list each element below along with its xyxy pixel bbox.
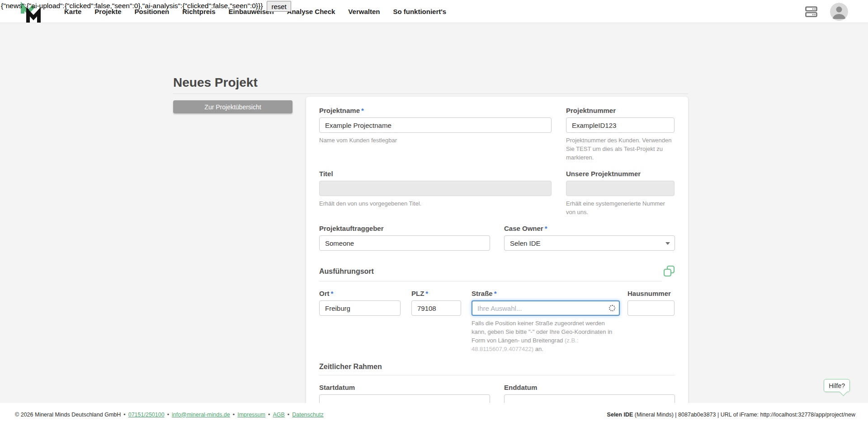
footer-user-name: Selen IDE	[607, 412, 633, 418]
unsere-projektnummer-label: Unsere Projektnummer	[566, 170, 675, 178]
projektnummer-label: Projektnummer	[566, 107, 675, 115]
titel-helper: Erhält den von uns vorgegebenen Titel.	[319, 199, 552, 208]
case-owner-field-group: Case Owner* Selen IDE	[504, 225, 675, 251]
startdatum-label: Startdatum	[319, 384, 490, 392]
projektname-field-group: Projektname* Name vom Kunden festlegbar	[319, 107, 552, 162]
page-footer: © 2026 Mineral Minds Deutschland GmbH • …	[0, 403, 868, 426]
unsere-projektnummer-helper: Erhält eine systemgenerierte Nummer von …	[566, 199, 675, 216]
zeitlicher-rahmen-section-header: Zeitlicher Rahmen	[319, 362, 675, 371]
topbar-actions	[805, 0, 848, 23]
required-marker: *	[361, 107, 364, 114]
footer-session-info: Selen IDE (Mineral Minds) | 8087ab0e3873…	[607, 412, 855, 418]
content-area: Neues Projekt Zur Projektübersicht Proje…	[0, 23, 868, 403]
projektname-helper: Name vom Kunden festlegbar	[319, 136, 552, 145]
unsere-projektnummer-input	[566, 181, 675, 196]
ort-field-group: Ort*	[319, 290, 401, 353]
chevron-down-icon	[665, 242, 670, 245]
required-marker: *	[331, 290, 334, 297]
projektnummer-input[interactable]	[566, 117, 675, 133]
titel-label: Titel	[319, 170, 552, 178]
ausfuehrungsort-section-header: Ausführungsort	[319, 265, 675, 277]
footer-separator: •	[268, 412, 270, 418]
strasse-input[interactable]	[472, 300, 620, 316]
footer-link-email[interactable]: info@mineral-minds.de	[172, 412, 230, 418]
nav-item-analyse-check[interactable]: Analyse Check	[287, 8, 335, 15]
footer-link-datenschutz[interactable]: Datenschutz	[292, 412, 323, 418]
projektname-input[interactable]	[319, 117, 552, 133]
projektauftraggeber-field-group: Projektauftraggeber	[319, 225, 490, 251]
required-marker: *	[545, 225, 547, 232]
footer-session-details: (Mineral Minds) | 8087ab0e3873 | URL of …	[633, 412, 855, 418]
titel-field-group: Titel Erhält den von uns vorgegebenen Ti…	[319, 170, 552, 216]
plz-field-group: PLZ*	[411, 290, 461, 353]
unsere-projektnummer-field-group: Unsere Projektnummer Erhält eine systemg…	[566, 170, 675, 216]
case-owner-selected-value: Selen IDE	[510, 239, 541, 247]
page-title: Neues Projekt	[173, 75, 258, 90]
user-avatar-icon[interactable]	[830, 3, 848, 21]
strasse-field-group: Straße* Falls die Position keiner Straße…	[472, 290, 620, 353]
title-divider	[173, 94, 688, 94]
zeitlicher-rahmen-divider	[319, 375, 675, 375]
hausnummer-field-group: Hausnummer	[627, 290, 675, 353]
footer-link-impressum[interactable]: Impressum	[237, 412, 265, 418]
projektname-label: Projektname*	[319, 107, 552, 115]
projektauftraggeber-input[interactable]	[319, 235, 490, 251]
loading-spinner-icon	[609, 305, 615, 311]
case-owner-select[interactable]: Selen IDE	[504, 235, 675, 251]
server-icon[interactable]	[805, 6, 817, 17]
debug-json-text: {"news":{"ai-upload":{"clicked":false,"s…	[1, 1, 263, 11]
required-marker: *	[425, 290, 428, 297]
zur-projektuebersicht-button[interactable]: Zur Projektübersicht	[173, 100, 292, 113]
ausfuehrungsort-heading: Ausführungsort	[319, 267, 374, 276]
titel-input	[319, 181, 552, 196]
reset-button[interactable]: reset	[267, 1, 291, 12]
nav-item-verwalten[interactable]: Verwalten	[348, 8, 380, 15]
projektnummer-helper: Projektnummer des Kunden. Verwenden Sie …	[566, 136, 675, 162]
footer-separator: •	[288, 412, 289, 418]
footer-left: © 2026 Mineral Minds Deutschland GmbH • …	[15, 412, 324, 418]
nav-item-so-funktionierts[interactable]: So funktioniert's	[393, 8, 446, 15]
debug-overlay: {"news":{"ai-upload":{"clicked":false,"s…	[1, 1, 291, 12]
footer-link-agb[interactable]: AGB	[273, 412, 284, 418]
plz-input[interactable]	[411, 300, 461, 316]
new-project-form-card: Projektname* Name vom Kunden festlegbar …	[306, 97, 688, 414]
enddatum-label: Enddatum	[504, 384, 675, 392]
copy-icon[interactable]	[663, 265, 675, 277]
strasse-label: Straße*	[472, 290, 620, 298]
footer-copyright: © 2026 Mineral Minds Deutschland GmbH	[15, 412, 121, 418]
hausnummer-label: Hausnummer	[627, 290, 675, 298]
footer-separator: •	[167, 412, 169, 418]
projektnummer-field-group: Projektnummer Projektnummer des Kunden. …	[566, 107, 675, 162]
hilfe-button[interactable]: Hilfe?	[824, 379, 850, 392]
ausfuehrungsort-divider	[319, 281, 662, 281]
zeitlicher-rahmen-heading: Zeitlicher Rahmen	[319, 362, 382, 371]
ort-label: Ort*	[319, 290, 401, 298]
footer-separator: •	[123, 412, 125, 418]
case-owner-label: Case Owner*	[504, 225, 675, 233]
ort-input[interactable]	[319, 300, 401, 316]
projektauftraggeber-label: Projektauftraggeber	[319, 225, 490, 233]
strasse-helper: Falls die Position keiner Straße zugeord…	[472, 319, 620, 353]
footer-link-phone[interactable]: 07151/250100	[128, 412, 165, 418]
plz-label: PLZ*	[411, 290, 461, 298]
footer-separator: •	[233, 412, 235, 418]
hausnummer-input[interactable]	[627, 300, 675, 316]
app-page: Karte Projekte Positionen Richtpreis Ein…	[0, 0, 868, 426]
required-marker: *	[494, 290, 497, 297]
